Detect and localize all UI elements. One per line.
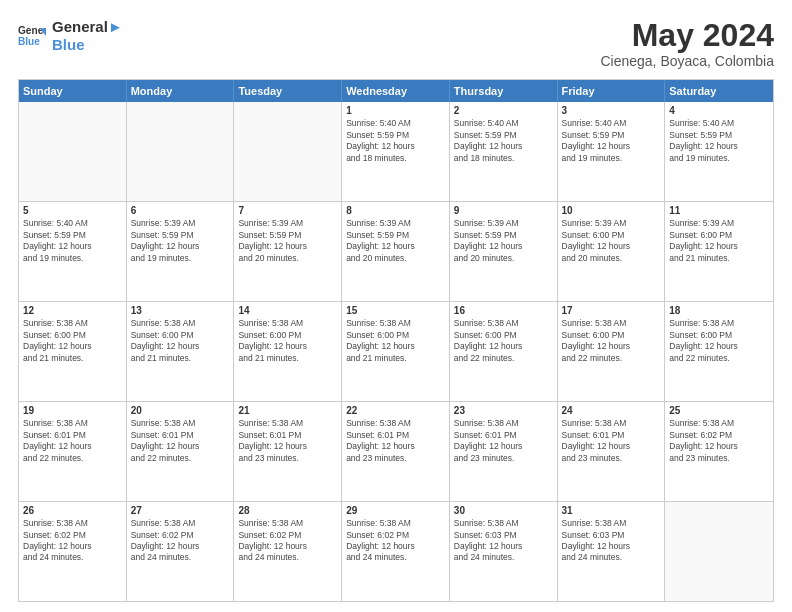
day-number: 6: [131, 205, 230, 216]
main-title: May 2024: [600, 18, 774, 53]
day-label-monday: Monday: [127, 80, 235, 102]
day-number: 17: [562, 305, 661, 316]
svg-text:General: General: [18, 25, 46, 36]
day-info: Sunrise: 5:38 AM Sunset: 6:03 PM Dayligh…: [562, 518, 661, 564]
day-number: 21: [238, 405, 337, 416]
day-label-sunday: Sunday: [19, 80, 127, 102]
day-number: 26: [23, 505, 122, 516]
day-cell-5: 5Sunrise: 5:40 AM Sunset: 5:59 PM Daylig…: [19, 202, 127, 301]
day-cell-8: 8Sunrise: 5:39 AM Sunset: 5:59 PM Daylig…: [342, 202, 450, 301]
day-number: 19: [23, 405, 122, 416]
day-info: Sunrise: 5:38 AM Sunset: 6:00 PM Dayligh…: [562, 318, 661, 364]
day-info: Sunrise: 5:38 AM Sunset: 6:01 PM Dayligh…: [131, 418, 230, 464]
day-info: Sunrise: 5:38 AM Sunset: 6:00 PM Dayligh…: [346, 318, 445, 364]
day-info: Sunrise: 5:39 AM Sunset: 5:59 PM Dayligh…: [454, 218, 553, 264]
logo-blue: Blue: [52, 36, 123, 54]
day-cell-empty: [234, 102, 342, 201]
day-cell-10: 10Sunrise: 5:39 AM Sunset: 6:00 PM Dayli…: [558, 202, 666, 301]
day-info: Sunrise: 5:40 AM Sunset: 5:59 PM Dayligh…: [346, 118, 445, 164]
day-info: Sunrise: 5:40 AM Sunset: 5:59 PM Dayligh…: [23, 218, 122, 264]
day-number: 13: [131, 305, 230, 316]
day-cell-3: 3Sunrise: 5:40 AM Sunset: 5:59 PM Daylig…: [558, 102, 666, 201]
day-number: 31: [562, 505, 661, 516]
day-number: 24: [562, 405, 661, 416]
day-info: Sunrise: 5:39 AM Sunset: 6:00 PM Dayligh…: [562, 218, 661, 264]
day-number: 10: [562, 205, 661, 216]
day-number: 20: [131, 405, 230, 416]
day-cell-14: 14Sunrise: 5:38 AM Sunset: 6:00 PM Dayli…: [234, 302, 342, 401]
day-number: 15: [346, 305, 445, 316]
day-label-friday: Friday: [558, 80, 666, 102]
logo-icon: General Blue: [18, 22, 46, 50]
week-row-5: 26Sunrise: 5:38 AM Sunset: 6:02 PM Dayli…: [19, 502, 773, 601]
day-info: Sunrise: 5:38 AM Sunset: 6:01 PM Dayligh…: [238, 418, 337, 464]
day-info: Sunrise: 5:38 AM Sunset: 6:01 PM Dayligh…: [454, 418, 553, 464]
day-info: Sunrise: 5:38 AM Sunset: 6:02 PM Dayligh…: [238, 518, 337, 564]
day-cell-empty: [19, 102, 127, 201]
day-info: Sunrise: 5:39 AM Sunset: 5:59 PM Dayligh…: [346, 218, 445, 264]
day-info: Sunrise: 5:38 AM Sunset: 6:01 PM Dayligh…: [346, 418, 445, 464]
day-label-tuesday: Tuesday: [234, 80, 342, 102]
day-number: 14: [238, 305, 337, 316]
day-info: Sunrise: 5:38 AM Sunset: 6:02 PM Dayligh…: [23, 518, 122, 564]
day-label-thursday: Thursday: [450, 80, 558, 102]
day-info: Sunrise: 5:38 AM Sunset: 6:00 PM Dayligh…: [131, 318, 230, 364]
day-number: 30: [454, 505, 553, 516]
day-cell-15: 15Sunrise: 5:38 AM Sunset: 6:00 PM Dayli…: [342, 302, 450, 401]
day-cell-17: 17Sunrise: 5:38 AM Sunset: 6:00 PM Dayli…: [558, 302, 666, 401]
day-cell-20: 20Sunrise: 5:38 AM Sunset: 6:01 PM Dayli…: [127, 402, 235, 501]
day-info: Sunrise: 5:38 AM Sunset: 6:02 PM Dayligh…: [669, 418, 769, 464]
day-cell-21: 21Sunrise: 5:38 AM Sunset: 6:01 PM Dayli…: [234, 402, 342, 501]
logo: General Blue General► Blue: [18, 18, 123, 54]
day-cell-22: 22Sunrise: 5:38 AM Sunset: 6:01 PM Dayli…: [342, 402, 450, 501]
day-info: Sunrise: 5:39 AM Sunset: 5:59 PM Dayligh…: [238, 218, 337, 264]
day-number: 7: [238, 205, 337, 216]
day-label-saturday: Saturday: [665, 80, 773, 102]
day-cell-19: 19Sunrise: 5:38 AM Sunset: 6:01 PM Dayli…: [19, 402, 127, 501]
day-cell-26: 26Sunrise: 5:38 AM Sunset: 6:02 PM Dayli…: [19, 502, 127, 601]
day-label-wednesday: Wednesday: [342, 80, 450, 102]
day-cell-28: 28Sunrise: 5:38 AM Sunset: 6:02 PM Dayli…: [234, 502, 342, 601]
day-cell-18: 18Sunrise: 5:38 AM Sunset: 6:00 PM Dayli…: [665, 302, 773, 401]
day-info: Sunrise: 5:40 AM Sunset: 5:59 PM Dayligh…: [669, 118, 769, 164]
header: General Blue General► Blue May 2024 Cien…: [18, 18, 774, 69]
day-cell-12: 12Sunrise: 5:38 AM Sunset: 6:00 PM Dayli…: [19, 302, 127, 401]
day-cell-empty: [665, 502, 773, 601]
day-number: 28: [238, 505, 337, 516]
day-info: Sunrise: 5:40 AM Sunset: 5:59 PM Dayligh…: [454, 118, 553, 164]
day-number: 5: [23, 205, 122, 216]
day-number: 3: [562, 105, 661, 116]
day-cell-25: 25Sunrise: 5:38 AM Sunset: 6:02 PM Dayli…: [665, 402, 773, 501]
day-number: 8: [346, 205, 445, 216]
day-cell-11: 11Sunrise: 5:39 AM Sunset: 6:00 PM Dayli…: [665, 202, 773, 301]
day-info: Sunrise: 5:38 AM Sunset: 6:03 PM Dayligh…: [454, 518, 553, 564]
week-row-3: 12Sunrise: 5:38 AM Sunset: 6:00 PM Dayli…: [19, 302, 773, 402]
day-info: Sunrise: 5:38 AM Sunset: 6:02 PM Dayligh…: [346, 518, 445, 564]
subtitle: Cienega, Boyaca, Colombia: [600, 53, 774, 69]
week-row-4: 19Sunrise: 5:38 AM Sunset: 6:01 PM Dayli…: [19, 402, 773, 502]
day-cell-16: 16Sunrise: 5:38 AM Sunset: 6:00 PM Dayli…: [450, 302, 558, 401]
day-info: Sunrise: 5:38 AM Sunset: 6:01 PM Dayligh…: [23, 418, 122, 464]
day-cell-4: 4Sunrise: 5:40 AM Sunset: 5:59 PM Daylig…: [665, 102, 773, 201]
day-cell-27: 27Sunrise: 5:38 AM Sunset: 6:02 PM Dayli…: [127, 502, 235, 601]
day-cell-7: 7Sunrise: 5:39 AM Sunset: 5:59 PM Daylig…: [234, 202, 342, 301]
day-cell-6: 6Sunrise: 5:39 AM Sunset: 5:59 PM Daylig…: [127, 202, 235, 301]
day-number: 27: [131, 505, 230, 516]
day-cell-empty: [127, 102, 235, 201]
day-number: 18: [669, 305, 769, 316]
day-info: Sunrise: 5:38 AM Sunset: 6:00 PM Dayligh…: [238, 318, 337, 364]
day-cell-29: 29Sunrise: 5:38 AM Sunset: 6:02 PM Dayli…: [342, 502, 450, 601]
week-row-2: 5Sunrise: 5:40 AM Sunset: 5:59 PM Daylig…: [19, 202, 773, 302]
calendar-body: 1Sunrise: 5:40 AM Sunset: 5:59 PM Daylig…: [19, 102, 773, 601]
svg-text:Blue: Blue: [18, 36, 40, 47]
day-info: Sunrise: 5:38 AM Sunset: 6:00 PM Dayligh…: [23, 318, 122, 364]
title-block: May 2024 Cienega, Boyaca, Colombia: [600, 18, 774, 69]
page: General Blue General► Blue May 2024 Cien…: [0, 0, 792, 612]
day-info: Sunrise: 5:40 AM Sunset: 5:59 PM Dayligh…: [562, 118, 661, 164]
day-info: Sunrise: 5:39 AM Sunset: 5:59 PM Dayligh…: [131, 218, 230, 264]
day-number: 23: [454, 405, 553, 416]
day-number: 4: [669, 105, 769, 116]
day-info: Sunrise: 5:38 AM Sunset: 6:00 PM Dayligh…: [669, 318, 769, 364]
day-number: 9: [454, 205, 553, 216]
calendar: SundayMondayTuesdayWednesdayThursdayFrid…: [18, 79, 774, 602]
